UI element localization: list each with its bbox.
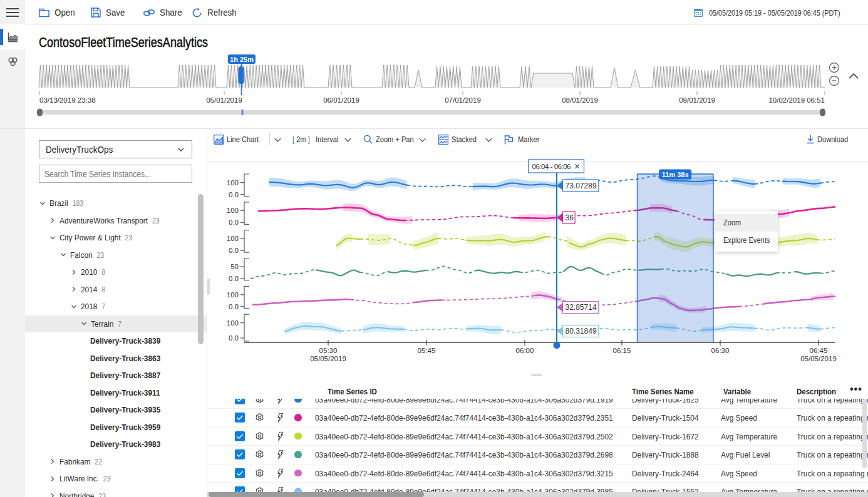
svg-text:73.07289: 73.07289 <box>566 182 597 190</box>
svg-text:80.31849: 80.31849 <box>566 327 597 336</box>
svg-text:06:30: 06:30 <box>711 347 730 354</box>
svg-text:03/13/2019 23:38: 03/13/2019 23:38 <box>39 96 96 104</box>
svg-text:06:15: 06:15 <box>613 347 631 354</box>
svg-text:50: 50 <box>230 263 239 270</box>
svg-text:100: 100 <box>227 319 239 327</box>
svg-text:08/01/2019: 08/01/2019 <box>562 96 598 104</box>
svg-text:1h 25m: 1h 25m <box>230 56 254 63</box>
svg-text:05:30: 05:30 <box>319 347 338 354</box>
svg-text:100: 100 <box>227 179 239 187</box>
svg-text:07/01/2019: 07/01/2019 <box>445 96 481 104</box>
svg-text:05/05/2019: 05/05/2019 <box>310 355 346 362</box>
svg-text:32.85714: 32.85714 <box>566 303 597 312</box>
svg-text:09/01/2019: 09/01/2019 <box>679 96 715 104</box>
svg-text:0.0: 0.0 <box>229 275 239 282</box>
svg-text:05/05/2019: 05/05/2019 <box>800 355 837 362</box>
svg-text:11m 38s: 11m 38s <box>662 171 689 178</box>
svg-text:06/01/2019: 06/01/2019 <box>323 96 359 104</box>
svg-text:10/02/2019 06:51: 10/02/2019 06:51 <box>768 96 825 104</box>
svg-text:0.0: 0.0 <box>229 191 239 198</box>
svg-text:0.0: 0.0 <box>229 303 239 310</box>
svg-text:05:45: 05:45 <box>418 347 436 354</box>
svg-text:0.0: 0.0 <box>229 247 239 254</box>
svg-text:36: 36 <box>566 213 574 222</box>
svg-text:05/01/2019: 05/01/2019 <box>206 96 242 104</box>
svg-text:100: 100 <box>227 207 239 214</box>
svg-text:06:45: 06:45 <box>810 347 828 354</box>
svg-text:06:04 - 06:06: 06:04 - 06:06 <box>532 163 571 170</box>
svg-text:100: 100 <box>227 291 239 299</box>
svg-text:06:00: 06:00 <box>516 347 534 354</box>
svg-text:100: 100 <box>227 235 239 242</box>
svg-text:0.0: 0.0 <box>229 334 239 342</box>
svg-text:0.0: 0.0 <box>229 218 239 226</box>
